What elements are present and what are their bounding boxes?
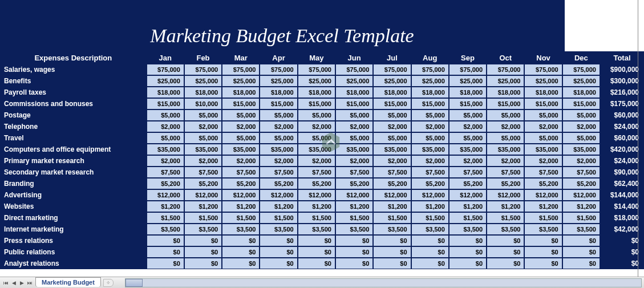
cell[interactable]: $2,000	[411, 155, 449, 167]
cell[interactable]: $15,000	[411, 98, 449, 109]
cell[interactable]: $25,000	[411, 75, 449, 87]
cell[interactable]: $15,000	[373, 98, 411, 109]
cell[interactable]: $25,000	[147, 75, 184, 87]
cell[interactable]: $35,000	[373, 144, 411, 155]
cell[interactable]: $5,000	[260, 132, 297, 144]
cell[interactable]: $7,500	[298, 167, 335, 178]
cell[interactable]: $7,500	[147, 167, 184, 178]
cell[interactable]: $5,000	[222, 109, 260, 121]
row-desc[interactable]: Computers and office equipment	[0, 144, 147, 155]
cell[interactable]: $1,500	[487, 212, 524, 224]
cell[interactable]: $7,500	[222, 167, 260, 178]
cell[interactable]: $1,500	[184, 212, 222, 224]
row-desc[interactable]: Analyst relations	[0, 258, 147, 269]
cell[interactable]: $5,000	[373, 109, 411, 121]
cell[interactable]: $5,000	[335, 132, 373, 144]
cell[interactable]: $1,500	[524, 212, 562, 224]
cell[interactable]: $3,500	[449, 224, 487, 235]
row-desc[interactable]: Websites	[0, 201, 147, 212]
cell[interactable]: $12,000	[373, 189, 411, 201]
cell[interactable]: $25,000	[562, 75, 600, 87]
cell[interactable]: $5,200	[335, 178, 373, 189]
cell[interactable]: $1,500	[335, 212, 373, 224]
cell[interactable]: $25,000	[222, 75, 260, 87]
cell[interactable]: $5,200	[147, 178, 184, 189]
cell[interactable]: $5,000	[298, 109, 335, 121]
cell[interactable]: $5,000	[222, 132, 260, 144]
cell[interactable]: $18,000	[562, 87, 600, 98]
cell[interactable]: $35,000	[449, 144, 487, 155]
cell[interactable]: $15,000	[260, 98, 297, 109]
cell[interactable]: $2,000	[260, 155, 297, 167]
cell[interactable]: $0	[449, 258, 487, 269]
cell[interactable]: $0	[487, 235, 524, 246]
cell[interactable]: $5,000	[373, 132, 411, 144]
cell[interactable]: $25,000	[524, 75, 562, 87]
row-desc[interactable]: Advertising	[0, 189, 147, 201]
cell[interactable]: $35,000	[524, 144, 562, 155]
cell[interactable]: $5,000	[411, 132, 449, 144]
cell[interactable]: $5,200	[487, 178, 524, 189]
cell[interactable]: $5,000	[335, 109, 373, 121]
cell[interactable]: $0	[298, 258, 335, 269]
cell[interactable]: $1,200	[298, 201, 335, 212]
cell[interactable]: $0	[147, 258, 184, 269]
cell[interactable]: $15,000	[562, 98, 600, 109]
header-jan[interactable]: Jan	[147, 51, 184, 64]
cell[interactable]: $12,000	[222, 189, 260, 201]
cell[interactable]: $5,200	[373, 178, 411, 189]
cell[interactable]: $12,000	[184, 189, 222, 201]
cell[interactable]: $2,000	[222, 155, 260, 167]
cell[interactable]: $1,200	[260, 201, 297, 212]
cell[interactable]: $25,000	[449, 75, 487, 87]
horizontal-scrollbar[interactable]	[125, 278, 642, 287]
cell[interactable]: $1,200	[147, 201, 184, 212]
cell[interactable]: $2,000	[449, 155, 487, 167]
cell[interactable]: $1,500	[298, 212, 335, 224]
cell[interactable]: $0	[373, 246, 411, 258]
cell[interactable]: $3,500	[298, 224, 335, 235]
cell[interactable]: $18,000	[524, 87, 562, 98]
cell[interactable]: $5,000	[260, 109, 297, 121]
cell[interactable]: $75,000	[184, 64, 222, 75]
cell[interactable]: $2,000	[373, 121, 411, 132]
header-mar[interactable]: Mar	[222, 51, 260, 64]
cell[interactable]: $1,500	[260, 212, 297, 224]
header-dec[interactable]: Dec	[562, 51, 600, 64]
cell[interactable]: $10,000	[184, 98, 222, 109]
row-desc[interactable]: Branding	[0, 178, 147, 189]
header-desc[interactable]: Expenses Description	[0, 51, 147, 64]
cell[interactable]: $15,000	[487, 98, 524, 109]
cell[interactable]: $5,200	[449, 178, 487, 189]
cell[interactable]: $2,000	[487, 155, 524, 167]
header-jul[interactable]: Jul	[373, 51, 411, 64]
prev-sheet-icon[interactable]: ◀	[10, 279, 17, 286]
last-sheet-icon[interactable]: ⏭	[26, 279, 33, 286]
cell[interactable]: $0	[147, 246, 184, 258]
cell[interactable]: $7,500	[449, 167, 487, 178]
cell[interactable]: $75,000	[411, 64, 449, 75]
cell[interactable]: $3,500	[335, 224, 373, 235]
cell[interactable]: $25,000	[335, 75, 373, 87]
cell[interactable]: $5,200	[411, 178, 449, 189]
cell[interactable]: $7,500	[335, 167, 373, 178]
cell[interactable]: $35,000	[260, 144, 297, 155]
first-sheet-icon[interactable]: ⏮	[2, 279, 9, 286]
cell[interactable]: $3,500	[373, 224, 411, 235]
cell[interactable]: $35,000	[298, 144, 335, 155]
cell[interactable]: $3,500	[562, 224, 600, 235]
cell[interactable]: $12,000	[260, 189, 297, 201]
cell[interactable]: $0	[335, 235, 373, 246]
cell[interactable]: $18,000	[373, 87, 411, 98]
cell[interactable]: $1,500	[373, 212, 411, 224]
cell[interactable]: $18,000	[487, 87, 524, 98]
cell[interactable]: $5,000	[487, 109, 524, 121]
cell[interactable]: $2,000	[335, 121, 373, 132]
cell[interactable]: $5,000	[524, 132, 562, 144]
cell[interactable]: $0	[449, 235, 487, 246]
cell[interactable]: $2,000	[184, 121, 222, 132]
cell[interactable]: $35,000	[562, 144, 600, 155]
cell[interactable]: $1,200	[449, 201, 487, 212]
cell[interactable]: $18,000	[147, 87, 184, 98]
cell[interactable]: $2,000	[373, 155, 411, 167]
